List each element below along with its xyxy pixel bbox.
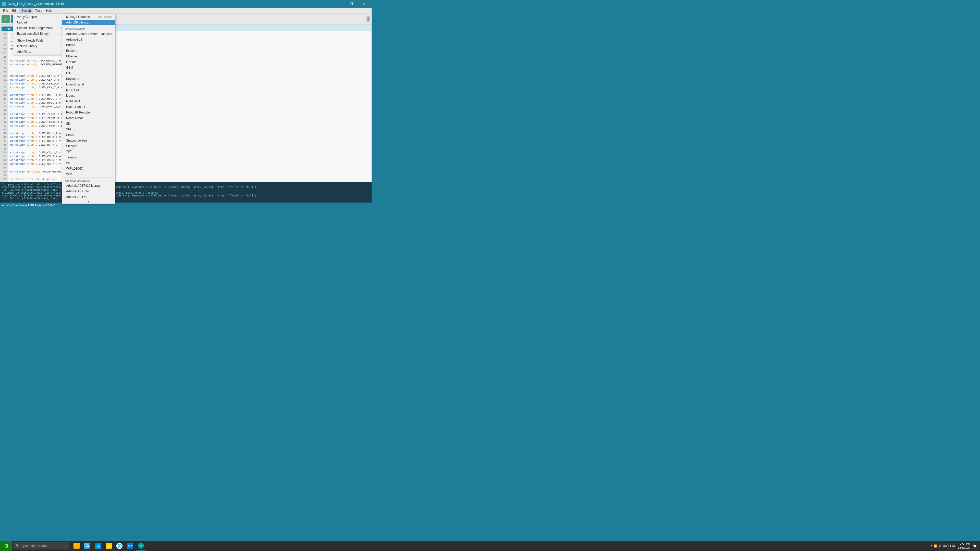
line-numbers: 1920212223 2425262728 2930313233 3435363… [0,31,8,182]
add-zip-item[interactable]: Add .ZIP Library... [62,20,115,25]
console-line-4: Shipping contributed index file C:\Users… [2,192,369,194]
hid-item[interactable]: HID [62,70,115,76]
robot-ir-remote-item[interactable]: Robot IR Remote [62,110,115,115]
bridge-item[interactable]: Bridge [62,42,115,48]
console-line-1: Shipping contributed index file C:\Users… [2,183,369,186]
menu-tools[interactable]: Tools [33,8,44,14]
adafruit-ahtx0-item[interactable]: Adafruit AHTX0 [62,194,115,200]
firmata-item[interactable]: Firmata [62,59,115,65]
robot-control-item[interactable]: Robot Control [62,104,115,110]
stepper-item[interactable]: Stepper [62,143,115,149]
app-icon [2,2,6,6]
adafruit-adt7410-item[interactable]: Adafruit ADT7410 Library [62,183,115,189]
wire-item[interactable]: Wire [62,171,115,177]
ntpclient-item[interactable]: NTPClient [62,98,115,104]
library-submenu: Manage Libraries... Ctrl+Shift+I Add .ZI… [62,14,115,204]
keyboard-item[interactable]: Keyboard [62,76,115,82]
servo-item[interactable]: Servo [62,132,115,138]
temboo-item[interactable]: Temboo [62,155,115,160]
robot-motor-item[interactable]: Robot Motor [62,115,115,121]
liquidcrystal-item[interactable]: LiquidCrystal [62,82,115,87]
mouse-item[interactable]: Mouse [62,93,115,98]
serial-monitor-button[interactable]: ⎋ [366,16,370,22]
scroll-down-arrow[interactable]: ▼ [62,200,115,203]
menu-edit[interactable]: Edit [10,8,19,14]
gsm-item[interactable]: GSM [62,65,115,70]
menu-help[interactable]: Help [44,8,55,14]
window-controls: ─ ❐ ✕ [333,0,369,8]
menu-sketch[interactable]: Sketch [19,8,33,14]
wifi101ota-item[interactable]: WiFi101OTA [62,166,115,171]
spacebrewyun-item[interactable]: SpacebrewYun [62,138,115,143]
manage-libraries-item[interactable]: Manage Libraries... Ctrl+Shift+I [62,14,115,20]
contributed-libraries-header: Contributed libraries [62,178,115,183]
arduino-libraries-header: Arduino libraries [62,27,115,31]
console-line-5: com.fasterxml.jackson.core.JsonParseExce… [2,194,369,197]
midiusb-item[interactable]: MIDIUSB [62,87,115,93]
arduinoble-item[interactable]: ArduinoBLE [62,37,115,42]
ethernet-item[interactable]: Ethernet [62,54,115,59]
verify-button[interactable]: ✓ [2,15,10,23]
tft-item[interactable]: TFT [62,149,115,155]
status-bar: Arduino Due (Native USB Port) on COM40 [0,203,372,208]
adafruit-adxl343-item[interactable]: Adafruit ADXL343 [62,189,115,194]
close-button[interactable]: ✕ [358,0,369,8]
menu-bar: File Edit Sketch Tools Help [0,8,372,14]
board-status: Arduino Due (Native USB Port) on COM40 [2,204,55,207]
arduino-cloud-item[interactable]: Arduino Cloud Provider Examples [62,31,115,37]
title-bar: Crius_TRX_Control_v1.0 | Arduino 1.8.19 … [0,0,372,8]
library-sep2 [62,178,115,178]
console-line-2: com.fasterxml.jackson.core.JsonParseExce… [2,186,369,189]
console-area: Shipping contributed index file C:\Users… [0,182,372,203]
minimize-button[interactable]: ─ [333,0,345,8]
esplora-item[interactable]: Esplora [62,48,115,54]
window-title: Crius_TRX_Control_v1.0 | Arduino 1.8.19 [8,2,64,6]
restore-button[interactable]: ❐ [345,0,357,8]
wifi-item[interactable]: WiFi [62,160,115,166]
sd-item[interactable]: SD [62,121,115,127]
spi-item[interactable]: SPI [62,127,115,132]
menu-file[interactable]: File [1,8,10,14]
console-line-3: at [Source: (FileInputStream); line: 1, … [2,189,369,192]
console-line-6: at [Source: (FileInputStream); line: 1, … [2,197,369,200]
